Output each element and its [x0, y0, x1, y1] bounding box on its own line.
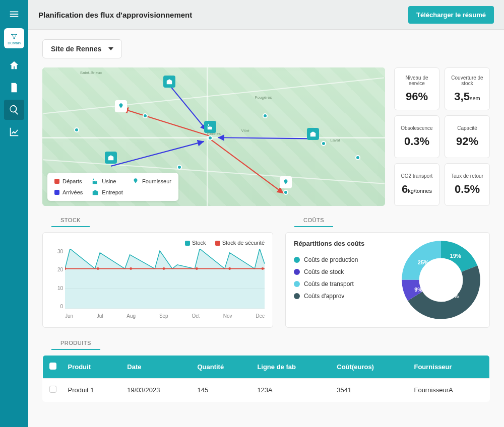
svg-line-7 — [111, 141, 204, 166]
stock-chart-xaxis: Jun Jul Aug Sep Oct Nov Dec — [65, 313, 265, 319]
kpi-return-rate: Taux de retour 0.5% — [445, 163, 490, 206]
site-selector-value: Site de Rennes — [51, 45, 101, 53]
supply-flow-map[interactable]: Rennes Laval Saint-Brieuc Fougères Vitré… — [42, 67, 385, 206]
col-quantity[interactable]: Quantité — [192, 355, 252, 379]
stock-chart-card: Stock Stock de sécurité 3020100 — [42, 232, 273, 328]
section-header-products: PRODUITS — [51, 337, 100, 350]
kpi-grid: Niveau de service 96% Couverture de stoc… — [394, 67, 490, 206]
table-row[interactable]: Produit 1 19/03/2023 145 123A 3541 Fourn… — [43, 379, 490, 402]
map-marker-warehouse[interactable] — [105, 152, 117, 164]
sidebar: DCbrain — [0, 0, 28, 427]
app-logo: DCbrain — [4, 28, 24, 48]
svg-point-19 — [262, 267, 264, 270]
nav-analytics[interactable] — [4, 122, 24, 142]
costs-title: Répartitions des coûts — [294, 240, 392, 247]
nav-search[interactable] — [4, 100, 24, 120]
col-line[interactable]: Ligne de fab — [252, 355, 332, 379]
nav-documents[interactable] — [4, 78, 24, 98]
kpi-obsolescence: Obsolescence 0.3% — [394, 115, 439, 158]
map-legend: Départs Usine Fournisseur Arrivées Entre… — [47, 173, 178, 201]
svg-point-17 — [196, 267, 198, 270]
svg-line-4 — [210, 138, 284, 193]
section-header-costs: COÛTS — [294, 214, 333, 227]
col-product[interactable]: Produit — [63, 355, 122, 379]
section-header-stock: STOCK — [51, 214, 90, 227]
col-cost[interactable]: Coût(euros) — [332, 355, 409, 379]
site-selector-dropdown[interactable]: Site de Rennes — [42, 39, 122, 58]
kpi-capacity: Capacité 92% — [445, 115, 490, 158]
stock-chart-legend: Stock Stock de sécurité — [51, 240, 265, 246]
factory-icon — [92, 178, 99, 185]
hamburger-menu-button[interactable] — [4, 4, 24, 24]
caret-down-icon — [108, 47, 113, 50]
stock-chart-yaxis: 3020100 — [51, 249, 63, 309]
warehouse-icon — [92, 189, 99, 196]
leaf-icon — [132, 178, 139, 185]
header: Planification des flux d'approvisionneme… — [28, 0, 504, 30]
costs-card: Répartitions des coûts Coûts de producti… — [285, 232, 490, 328]
map-marker-warehouse[interactable] — [307, 128, 319, 140]
svg-line-3 — [122, 109, 210, 136]
page-title: Planification des flux d'approvisionneme… — [38, 11, 192, 19]
svg-point-16 — [163, 267, 165, 270]
svg-point-14 — [97, 267, 99, 270]
costs-donut-chart: 19% 47% 9% 25% — [401, 240, 481, 320]
svg-point-18 — [228, 267, 231, 270]
map-marker-supplier[interactable] — [280, 176, 292, 188]
select-all-checkbox[interactable] — [49, 363, 56, 370]
kpi-stock-coverage: Couverture de stock 3,5sem — [445, 67, 490, 110]
kpi-service-level: Niveau de service 96% — [394, 67, 439, 110]
costs-legend: Coûts de production Coûts de stock Coûts… — [294, 256, 392, 300]
map-marker-warehouse[interactable] — [163, 76, 175, 88]
row-checkbox[interactable] — [49, 386, 56, 393]
col-date[interactable]: Date — [122, 355, 192, 379]
map-marker-supplier[interactable] — [115, 100, 127, 112]
col-supplier[interactable]: Fournisseur — [409, 355, 489, 379]
svg-line-5 — [168, 84, 207, 130]
svg-line-6 — [218, 137, 311, 138]
download-summary-button[interactable]: Télécharger le résumé — [408, 6, 494, 24]
svg-point-15 — [130, 267, 132, 270]
stock-chart-svg — [65, 249, 265, 309]
kpi-co2-transport: CO2 transport 6kg/tonnes — [394, 163, 439, 206]
products-table: Produit Date Quantité Ligne de fab Coût(… — [42, 355, 490, 402]
nav-home[interactable] — [4, 55, 24, 76]
